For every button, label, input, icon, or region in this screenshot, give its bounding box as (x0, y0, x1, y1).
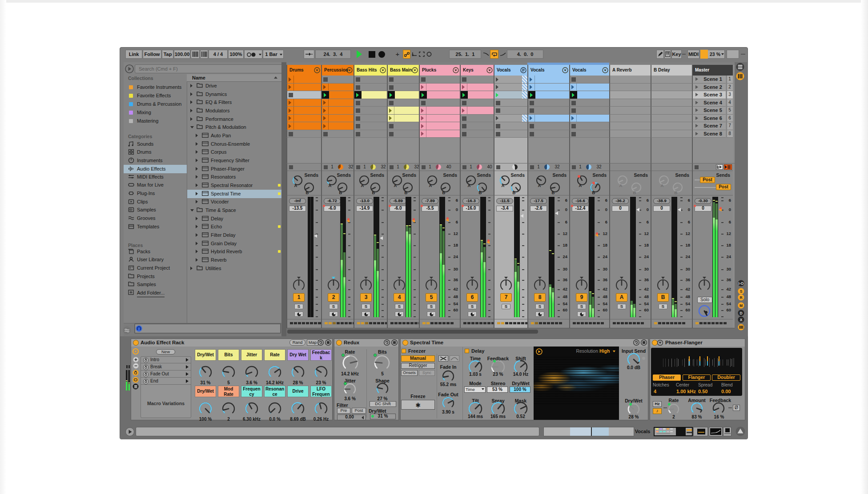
svg-text:S: S (740, 289, 743, 294)
svg-text:D: D (739, 311, 742, 315)
svg-text:M: M (739, 303, 743, 308)
svg-text:R: R (739, 295, 742, 300)
svg-text:I-O: I-O (739, 281, 744, 286)
svg-text:X: X (740, 318, 743, 322)
